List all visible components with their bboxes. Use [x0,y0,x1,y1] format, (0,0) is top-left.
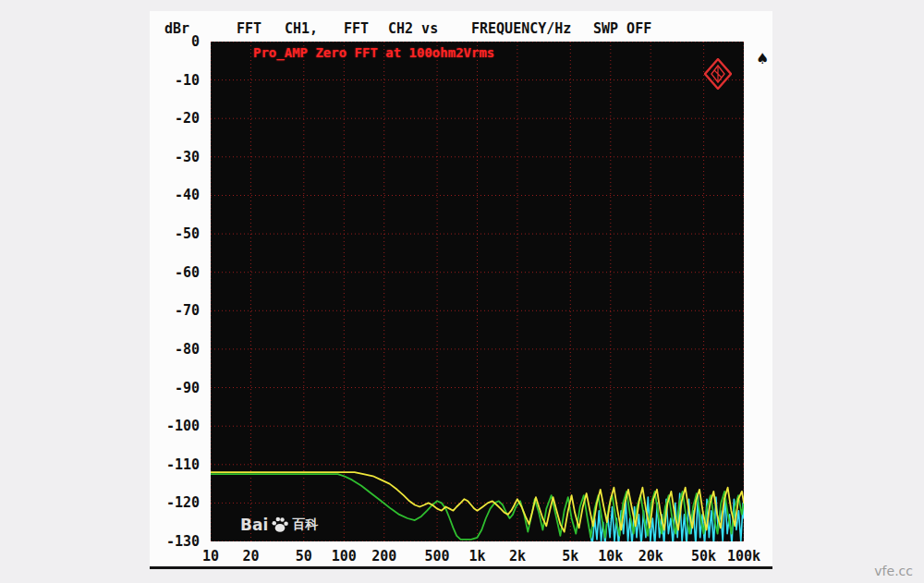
x-tick-label: 50k [691,548,716,565]
x-tick-label: 20 [242,548,259,565]
x-tick-label: 100k [727,548,760,565]
x-tick-label: 1k [468,548,485,565]
x-tick-label: 500 [425,548,450,565]
plot-area: Pro_AMP Zero FFT at 100ohm2Vrms Bai [211,42,744,541]
x-axis-labels: 1020501002005001k2k5k10k20k50k100k [211,548,744,566]
header-item-swp-off: SWP OFF [593,20,651,37]
header-item-ch1: CH1, [285,20,318,37]
header-item-frequency: FREQUENCY/Hz [471,20,571,37]
x-tick-label: 10k [598,548,623,565]
y-tick-label: -40 [152,187,200,203]
y-tick-label: 0 [152,33,200,50]
fft-chart [211,42,744,541]
y-tick-label: -80 [152,341,200,358]
x-tick-label: 2k [509,548,526,565]
cursor-marker-icon: ♠ [756,50,769,67]
y-tick-label: -100 [152,418,200,434]
x-tick-label: 100 [332,548,357,565]
header-item-fft2: FFT [344,20,369,37]
y-tick-label: -120 [152,494,200,511]
x-tick-label: 200 [371,548,396,565]
plot-title: Pro_AMP Zero FFT at 100ohm2Vrms [253,45,494,60]
analyzer-screen: dBr FFT CH1, FFT CH2 vs FREQUENCY/Hz SWP… [150,11,772,569]
page-background: dBr FFT CH1, FFT CH2 vs FREQUENCY/Hz SWP… [0,0,924,583]
site-watermark: vfe.cc [874,564,913,578]
y-tick-label: -30 [152,149,200,165]
x-tick-label: 20k [638,548,663,565]
y-axis-labels: 0-10-20-30-40-50-60-70-80-90-100-110-120… [150,42,207,541]
y-tick-label: -20 [152,110,200,127]
y-tick-label: -50 [152,225,200,242]
y-tick-label: -90 [152,380,200,396]
baidu-text-baike: 百科 [292,516,318,533]
baidu-watermark: Bai 百科 [240,516,318,534]
header-item-fft1: FFT [237,20,261,37]
y-tick-label: -10 [152,72,200,89]
y-tick-label: -70 [152,302,200,319]
y-tick-label: -60 [152,264,200,281]
y-tick-label: -110 [152,456,200,473]
brand-diamond-logo [704,58,732,90]
x-tick-label: 50 [296,548,312,565]
baidu-text-bai: Bai [240,516,268,534]
x-tick-label: 5k [562,548,578,565]
header-item-ch2: CH2 vs [388,20,438,37]
y-tick-label: -130 [152,533,200,550]
x-tick-label: 10 [202,548,219,565]
baidu-paw-icon [271,516,289,534]
